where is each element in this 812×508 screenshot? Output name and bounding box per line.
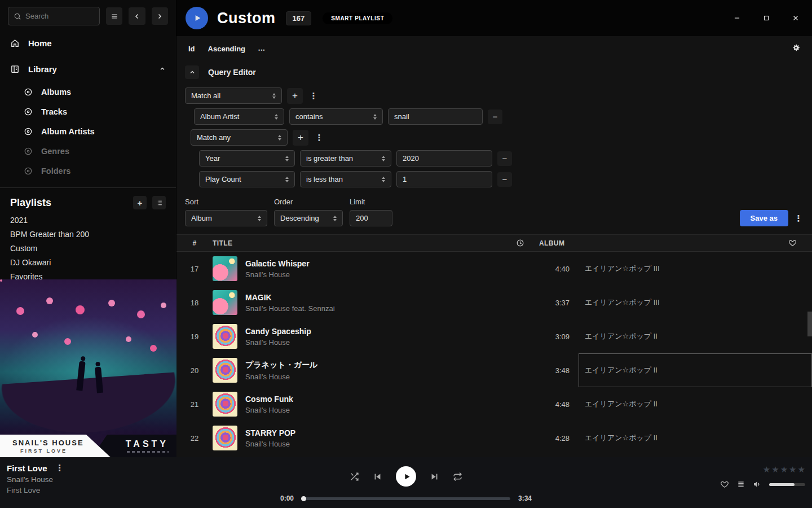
- track-album-cell[interactable]: エイリアン☆ポップ III: [579, 252, 812, 286]
- progress-row: 0:00 3:34: [0, 494, 812, 502]
- root-match-select[interactable]: Match all: [185, 87, 282, 104]
- volume-slider[interactable]: [769, 483, 805, 486]
- query-editor: Query Editor Match all Album: [176, 61, 812, 192]
- repeat-button[interactable]: [453, 472, 462, 481]
- add-group-rule-button[interactable]: [293, 130, 308, 146]
- scrollbar-thumb[interactable]: [807, 312, 812, 336]
- remove-rule-button[interactable]: [497, 172, 512, 187]
- sort-field-button[interactable]: Id: [188, 45, 195, 53]
- now-playing-album[interactable]: First Love: [7, 486, 65, 494]
- sidebar-item-home[interactable]: Home: [0, 34, 176, 51]
- gear-icon: [791, 43, 801, 52]
- rule-field-select[interactable]: Play Count: [199, 171, 295, 187]
- track-artwork: [213, 392, 237, 417]
- volume-button[interactable]: [753, 480, 762, 489]
- track-row[interactable]: 17 Galactic Whisper Snail's House 4:40 エ…: [176, 252, 812, 286]
- track-album-cell[interactable]: エイリアン☆ポップ II: [579, 421, 812, 455]
- nav-forward-button[interactable]: [152, 7, 168, 25]
- order-label: Order: [274, 198, 343, 206]
- rating-star[interactable]: [780, 465, 788, 474]
- favorite-column-header[interactable]: [773, 239, 812, 247]
- library-submenu-item[interactable]: Albums: [0, 82, 176, 102]
- next-button[interactable]: [430, 472, 439, 481]
- index-column-header[interactable]: #: [176, 239, 213, 247]
- library-submenu-item[interactable]: Album Artists: [0, 121, 176, 141]
- playlist-item[interactable]: Custom: [0, 241, 176, 255]
- library-item-icon: [24, 107, 33, 116]
- sort-order-button[interactable]: Ascending: [208, 45, 245, 53]
- rule-field-select[interactable]: Year: [199, 150, 295, 167]
- rating-star[interactable]: [798, 465, 805, 474]
- menu-button[interactable]: [106, 7, 122, 25]
- track-row[interactable]: 19 Candy Spaceship Snail's House 3:09 エイ…: [176, 319, 812, 353]
- track-title: Candy Spaceship: [245, 327, 311, 336]
- track-row[interactable]: 21 Cosmo Funk Snail's House 4:48 エイリアン☆ポ…: [176, 387, 812, 421]
- limit-input[interactable]: 200: [350, 210, 392, 226]
- rule-group-menu-button[interactable]: [308, 91, 319, 101]
- track-album-cell[interactable]: エイリアン☆ポップ II: [579, 387, 812, 421]
- library-item-label: Folders: [41, 167, 70, 176]
- sidebar-item-library[interactable]: Library: [0, 60, 176, 77]
- playlist-item[interactable]: 2021: [0, 213, 176, 227]
- favorite-button[interactable]: [720, 480, 729, 489]
- library-submenu-item[interactable]: Tracks: [0, 102, 176, 121]
- shuffle-button[interactable]: [350, 472, 359, 481]
- play-playlist-button[interactable]: [186, 7, 208, 29]
- query-editor-collapse-button[interactable]: [185, 65, 199, 79]
- ellipsis-icon[interactable]: [258, 44, 265, 54]
- rating-star[interactable]: [763, 465, 770, 474]
- track-number: 22: [176, 434, 213, 443]
- order-select[interactable]: Descending: [274, 210, 343, 226]
- maximize-button[interactable]: [758, 10, 775, 27]
- rule-operator-select[interactable]: is less than: [300, 171, 391, 187]
- search-input[interactable]: [25, 12, 87, 20]
- rule-operator-select[interactable]: contains: [289, 108, 383, 125]
- save-menu-button[interactable]: [793, 213, 804, 224]
- album-column-header[interactable]: ALBUM: [539, 239, 773, 247]
- queue-button[interactable]: [736, 480, 745, 489]
- group-match-select[interactable]: Match any: [191, 129, 288, 146]
- previous-button[interactable]: [373, 472, 382, 481]
- nav-back-button[interactable]: [129, 7, 145, 25]
- play-pause-button[interactable]: [396, 466, 416, 487]
- track-album-cell[interactable]: エイリアン☆ポップ II: [579, 319, 812, 353]
- sort-select[interactable]: Album: [185, 210, 267, 226]
- library-label: Library: [28, 64, 57, 74]
- volume-icon: [753, 480, 762, 489]
- playlist-list-button[interactable]: [152, 196, 166, 209]
- add-rule-button[interactable]: [287, 88, 303, 104]
- track-album-cell[interactable]: エイリアン☆ポップ II: [579, 353, 812, 387]
- minimize-button[interactable]: [729, 10, 745, 27]
- save-as-button[interactable]: Save as: [740, 210, 788, 226]
- track-duration: 3:37: [530, 299, 570, 307]
- group-menu-button[interactable]: [314, 133, 325, 143]
- settings-button[interactable]: [791, 43, 801, 55]
- search-input-wrap[interactable]: [8, 7, 100, 25]
- close-button[interactable]: [787, 10, 804, 27]
- remove-rule-button[interactable]: [497, 151, 512, 166]
- minimize-icon: [733, 14, 741, 22]
- track-album-cell[interactable]: エイリアン☆ポップ III: [579, 286, 812, 319]
- playlist-item[interactable]: BPM Greater than 200: [0, 227, 176, 241]
- rule-value-input[interactable]: 1: [396, 171, 492, 187]
- rating-star[interactable]: [771, 465, 779, 474]
- rating-star[interactable]: [789, 465, 796, 474]
- library-submenu-item[interactable]: Genres: [0, 141, 176, 161]
- progress-slider[interactable]: [302, 497, 510, 500]
- rule-value-input[interactable]: 2020: [396, 150, 492, 167]
- remove-rule-button[interactable]: [488, 110, 502, 124]
- track-row[interactable]: 20 プラネット・ガール Snail's House 3:48 エイリアン☆ポッ…: [176, 353, 812, 387]
- library-collapse-button[interactable]: [159, 64, 166, 74]
- rule-value-input[interactable]: snail: [388, 108, 483, 125]
- track-row[interactable]: 22 STARRY POP Snail's House 4:28 エイリアン☆ポ…: [176, 421, 812, 455]
- playlist-item[interactable]: DJ Okawari: [0, 255, 176, 269]
- library-submenu-item[interactable]: Folders: [0, 161, 176, 181]
- rule-operator-select[interactable]: is greater than: [300, 150, 391, 167]
- progress-handle[interactable]: [301, 496, 306, 501]
- now-playing-artwork[interactable]: SNAIL'S HOUSE FIRST LOVE TASTY: [0, 279, 176, 457]
- title-column-header[interactable]: TITLE: [213, 239, 485, 247]
- rule-field-select[interactable]: Album Artist: [194, 108, 284, 125]
- duration-column-header[interactable]: [485, 239, 524, 247]
- track-row[interactable]: 18 MAGIK Snail's House feat. Sennzai 3:3…: [176, 286, 812, 319]
- add-playlist-button[interactable]: [133, 196, 147, 209]
